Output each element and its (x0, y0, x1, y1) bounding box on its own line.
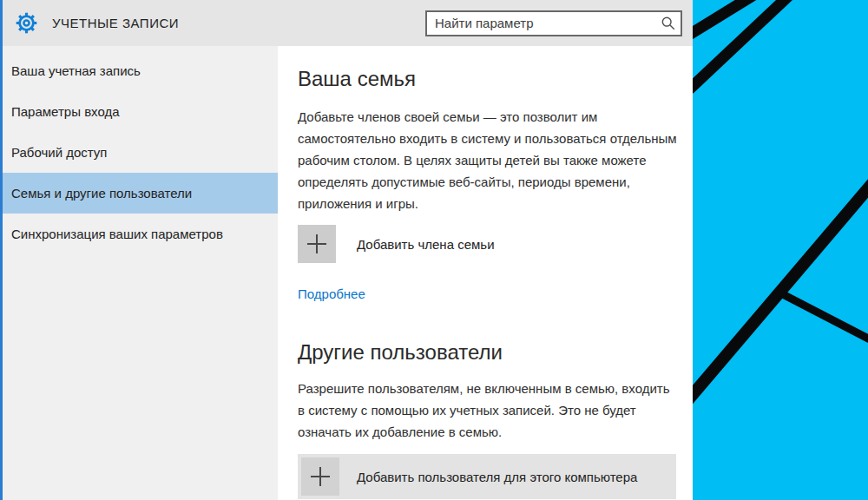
sidebar-item-your-account[interactable]: Ваша учетная запись (0, 50, 278, 91)
settings-gear-icon (15, 11, 38, 35)
settings-search (425, 10, 682, 36)
family-other-users-pane: Ваша семья Добавьте членов своей семьи —… (278, 46, 693, 500)
window-body: Ваша учетная запись Параметры входа Рабо… (0, 46, 693, 500)
plus-tile[interactable] (301, 457, 339, 496)
search-input[interactable] (425, 10, 682, 36)
sidebar-item-sync-settings[interactable]: Синхронизация ваших параметров (0, 214, 278, 254)
add-user-label: Добавить пользователя для этого компьюте… (357, 470, 637, 484)
sidebar-item-work-access[interactable]: Рабочий доступ (0, 132, 278, 173)
search-icon[interactable] (661, 16, 676, 31)
other-users-heading: Другие пользователи (298, 339, 679, 366)
learn-more-link[interactable]: Подробнее (298, 286, 365, 301)
sidebar-item-sign-in-options[interactable]: Параметры входа (0, 91, 278, 132)
family-section-description: Добавьте членов своей семьи — это позвол… (298, 106, 679, 214)
window-accent-border (0, 0, 3, 500)
family-section-heading: Ваша семья (298, 65, 679, 93)
sidebar-item-family-other-users[interactable]: Семья и другие пользователи (0, 173, 278, 214)
settings-window: УЧЕТНЫЕ ЗАПИСИ Ваша учетная запись Парам… (0, 0, 693, 500)
add-user-button[interactable]: Добавить пользователя для этого компьюте… (298, 454, 676, 499)
plus-icon (306, 233, 328, 255)
add-family-member-label: Добавить члена семьи (357, 237, 495, 252)
plus-icon (309, 465, 332, 488)
page-title: УЧЕТНЫЕ ЗАПИСИ (52, 16, 179, 30)
settings-header: УЧЕТНЫЕ ЗАПИСИ (0, 0, 693, 46)
add-family-member-button[interactable]: Добавить члена семьи (298, 225, 679, 263)
plus-tile[interactable] (298, 225, 336, 263)
other-users-description: Разрешите пользователям, не включенным в… (298, 378, 671, 443)
settings-sidebar: Ваша учетная запись Параметры входа Рабо… (0, 46, 278, 500)
